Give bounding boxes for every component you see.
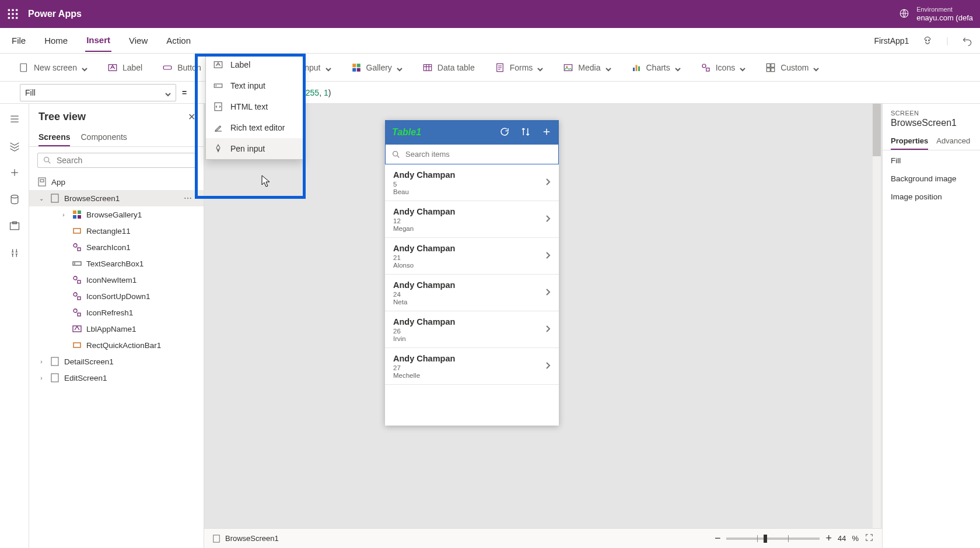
tree-search-input[interactable]	[37, 153, 195, 168]
phone-search-input[interactable]	[385, 145, 559, 164]
expand-toggle-icon[interactable]: ›	[37, 359, 46, 365]
refresh-icon[interactable]	[499, 127, 510, 139]
dd-item-rich-text[interactable]: Rich text editor	[206, 117, 303, 138]
tree-tab-screens[interactable]: Screens	[38, 129, 70, 146]
phone-list-item[interactable]: Andy Champan26Irvin	[385, 311, 559, 348]
sort-icon[interactable]	[520, 127, 531, 139]
chevron-right-icon[interactable]	[545, 325, 552, 334]
ribbon-label[interactable]: Label	[105, 59, 145, 76]
undo-icon[interactable]	[959, 33, 975, 49]
tree-node-iconrefresh[interactable]: IconRefresh1	[29, 304, 204, 321]
phone-list-item[interactable]: Andy Champan5Beau	[385, 164, 559, 201]
design-canvas[interactable]: Table1 Andy Champan5BeauAndy Champan12Me…	[204, 104, 882, 548]
tree-close-button[interactable]: ✕	[188, 111, 195, 122]
ribbon-forms[interactable]: Forms	[492, 59, 546, 76]
phone-preview[interactable]: Table1 Andy Champan5BeauAndy Champan12Me…	[385, 120, 559, 426]
rail-tools-icon[interactable]	[8, 246, 22, 260]
expand-toggle-icon[interactable]: ›	[60, 212, 68, 218]
chevron-right-icon[interactable]	[545, 251, 552, 261]
tree-node-rectangle[interactable]: Rectangle11	[29, 223, 204, 239]
ribbon-media[interactable]: Media	[561, 59, 613, 76]
ribbon-data-table[interactable]: Data table	[420, 59, 477, 76]
tree-node-iconnewitem[interactable]: IconNewItem1	[29, 272, 204, 288]
environment-icon[interactable]	[899, 8, 909, 20]
ribbon-button[interactable]: Button	[160, 59, 203, 76]
phone-list-item[interactable]: Andy Champan24Neta	[385, 275, 559, 311]
chevron-right-icon[interactable]	[545, 215, 552, 224]
chevron-right-icon[interactable]	[545, 178, 552, 187]
collapse-toggle-icon[interactable]: ⌄	[37, 195, 46, 202]
ribbon-gallery[interactable]: Gallery	[349, 59, 405, 76]
ribbon-custom[interactable]: Custom	[763, 59, 821, 76]
tree-search-field[interactable]	[57, 156, 190, 165]
ribbon-forms-label: Forms	[510, 63, 533, 72]
tree-node-more-icon[interactable]: ⋯	[184, 194, 198, 203]
menu-home[interactable]: Home	[43, 30, 69, 51]
add-icon[interactable]	[541, 127, 552, 139]
tree-node-iconsort[interactable]: IconSortUpDown1	[29, 288, 204, 304]
chevron-right-icon[interactable]	[545, 361, 552, 371]
phone-list-item[interactable]: Andy Champan12Megan	[385, 201, 559, 238]
scrollbar-thumb[interactable]	[873, 104, 881, 156]
prop-row-fill[interactable]: Fill	[891, 156, 972, 165]
tree-tab-components[interactable]: Components	[80, 129, 127, 146]
tree-node-label: DetailScreen1	[64, 357, 114, 366]
svg-rect-25	[635, 65, 637, 71]
tree-node-gallery[interactable]: › BrowseGallery1	[29, 206, 204, 223]
tree-node-browsescreen[interactable]: ⌄ BrowseScreen1 ⋯	[29, 190, 204, 206]
dd-item-label[interactable]: Label	[206, 54, 303, 75]
phone-list-item[interactable]: Andy Champan27Mechelle	[385, 348, 559, 385]
prop-row-image-position[interactable]: Image position	[891, 192, 972, 201]
tree-node-rectquick[interactable]: RectQuickActionBar1	[29, 337, 204, 353]
prop-row-bg-image[interactable]: Background image	[891, 174, 972, 183]
menu-view[interactable]: View	[128, 30, 149, 51]
ribbon-charts[interactable]: Charts	[629, 59, 683, 76]
menu-insert[interactable]: Insert	[85, 29, 111, 52]
rail-hamburger-icon[interactable]	[8, 112, 22, 126]
rail-media-icon[interactable]	[8, 219, 22, 233]
status-breadcrumb[interactable]: BrowseScreen1	[225, 534, 279, 543]
tree-node-app[interactable]: App	[29, 174, 204, 190]
phone-list-item[interactable]: Andy Champan21Alonso	[385, 238, 559, 275]
tree-node-textsearchbox[interactable]: TextSearchBox1	[29, 255, 204, 272]
menu-action[interactable]: Action	[165, 30, 192, 51]
menu-file[interactable]: File	[10, 30, 27, 51]
tree-node-searchicon[interactable]: SearchIcon1	[29, 239, 204, 255]
tree-node-editscreen[interactable]: › EditScreen1	[29, 370, 204, 386]
tree-node-label: App	[51, 178, 65, 187]
phone-search-field[interactable]	[405, 150, 552, 159]
zoom-out-button[interactable]: −	[715, 532, 721, 545]
svg-rect-43	[73, 210, 76, 214]
property-selector[interactable]: Fill	[20, 84, 176, 101]
phone-title-label[interactable]: Table1	[392, 127, 421, 138]
dd-item-pen-input[interactable]: Pen input	[206, 138, 303, 159]
zoom-in-button[interactable]: +	[825, 532, 832, 545]
ribbon-icons[interactable]: Icons	[698, 59, 748, 76]
svg-rect-17	[356, 64, 360, 67]
app-file-name[interactable]: FirstApp1	[874, 36, 909, 45]
waffle-icon[interactable]	[7, 8, 19, 20]
expand-toggle-icon[interactable]: ›	[37, 375, 46, 381]
properties-tab-advanced[interactable]: Advanced	[936, 133, 970, 150]
dd-item-html-text[interactable]: HTML text	[206, 96, 303, 117]
rail-add-icon[interactable]	[8, 166, 22, 180]
canvas-scrollbar[interactable]	[873, 104, 881, 528]
zoom-slider-thumb[interactable]	[764, 535, 767, 543]
tree-node-detailscreen[interactable]: › DetailScreen1	[29, 353, 204, 370]
chevron-right-icon[interactable]	[545, 288, 552, 297]
environment-block[interactable]: Environment enayu.com (defa	[916, 6, 973, 23]
zoom-slider[interactable]	[726, 538, 820, 540]
item-name: Andy Champan	[393, 317, 551, 326]
label-node-icon	[72, 324, 82, 333]
app-checker-icon[interactable]	[919, 33, 936, 49]
item-number: 5	[393, 181, 551, 188]
ribbon-new-screen[interactable]: New screen	[16, 59, 90, 76]
rail-tree-view-icon[interactable]	[8, 139, 22, 153]
properties-tab-properties[interactable]: Properties	[891, 133, 928, 150]
dd-item-text-input[interactable]: Text input	[206, 75, 303, 96]
fullscreen-icon[interactable]	[864, 533, 874, 544]
phone-list: Andy Champan5BeauAndy Champan12MeganAndy…	[385, 164, 559, 385]
rail-data-icon[interactable]	[8, 192, 22, 206]
chevron-down-icon	[813, 65, 819, 71]
tree-node-lblappname[interactable]: LblAppName1	[29, 321, 204, 337]
